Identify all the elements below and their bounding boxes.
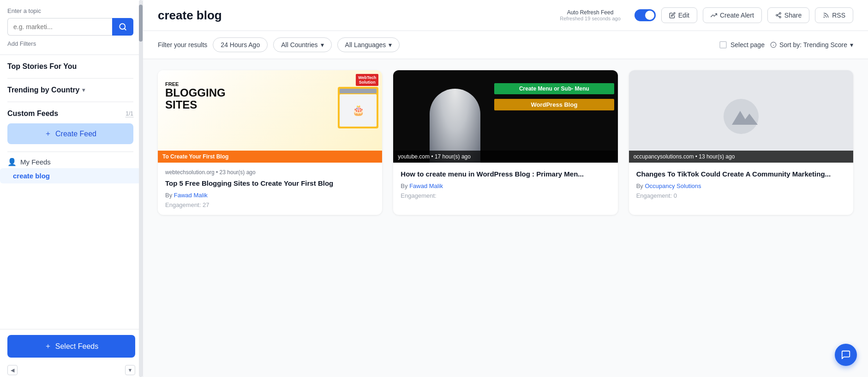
language-filter-button[interactable]: All Languages ▾ [337,37,400,52]
card-1-title: Top 5 Free Blogging Sites to Create Your… [165,178,375,188]
select-page-row: Select page [719,41,765,49]
select-page-checkbox[interactable] [719,41,727,49]
svg-point-14 [746,107,753,113]
refreshed-label: Refreshed 19 seconds ago [560,16,620,21]
active-feed-item[interactable]: create blog [0,168,141,183]
auto-refresh-block: Auto Refresh Feed Refreshed 19 seconds a… [560,9,620,21]
share-button[interactable]: Share [767,7,809,23]
cards-grid: FREE BLOGGING SITES WebTechSolution 🎂 To… [158,70,853,215]
edit-icon [669,12,676,18]
chevron-down-country: ▾ [321,41,324,49]
main-content: create blog Auto Refresh Feed Refreshed … [143,0,868,377]
select-feeds-label: Select Feeds [55,342,98,351]
card-1-body: webtechsolution.org • 23 hour(s) ago Top… [158,163,382,215]
time-filter-label: 24 Hours Ago [221,41,260,49]
card-3-source-bar: occupancysolutions.com • 13 hour(s) ago [629,151,853,163]
create-feed-button[interactable]: ＋ Create Feed [7,123,133,144]
sidebar-scrollbar-thumb [139,5,143,42]
toggle-thumb [645,11,654,20]
sort-row[interactable]: Sort by: Trending Score ▾ [770,41,853,49]
share-icon [775,12,782,18]
toggle-track [635,9,656,21]
custom-feeds-row: Custom Feeds 1/1 [7,109,133,118]
card-2-author: By Fawad Malik [401,182,610,189]
country-filter-label: All Countries [281,41,317,49]
card1-browser-mock: 🎂 [338,87,378,128]
trending-icon [711,12,717,18]
sidebar-item-top-stories[interactable]: Top Stories For You [7,62,133,71]
sidebar: Enter a topic Add Filters Top Stories Fo… [0,0,143,377]
edit-button[interactable]: Edit [661,7,697,23]
arrow-left-button[interactable]: ◀ [7,365,18,375]
sidebar-section-custom-feeds: Custom Feeds 1/1 ＋ Create Feed [7,102,133,152]
search-row [7,18,133,36]
user-icon: 👤 [7,158,17,166]
card1-subtext: To Create Your First Blog [158,151,382,163]
card-2-title: How to create menu in WordPress Blog : P… [401,169,610,179]
chat-icon [841,350,851,360]
edit-label: Edit [678,12,689,19]
country-filter-button[interactable]: All Countries ▾ [273,37,331,52]
arrow-right-button[interactable]: ▼ [125,365,135,375]
chevron-down-icon: ▾ [82,87,85,93]
language-filter-label: All Languages [345,41,386,49]
card-3-author-link[interactable]: Occupancy Solutions [645,182,701,189]
card-3[interactable]: occupancysolutions.com • 13 hour(s) ago … [629,70,853,215]
card1-blogging: BLOGGING [165,87,226,98]
card2-green-bar: Create Menu or Sub- Menu [494,83,614,94]
svg-point-7 [824,17,825,18]
rss-button[interactable]: RSS [815,7,853,23]
search-button[interactable] [112,18,133,36]
rss-label: RSS [832,12,845,19]
search-input[interactable] [7,18,112,36]
filter-bar: Filter your results 24 Hours Ago All Cou… [143,31,868,59]
plus-icon-select: ＋ [44,341,52,351]
main-header: create blog Auto Refresh Feed Refreshed … [143,0,868,31]
svg-line-6 [778,14,779,15]
card-2-engagement: Engagement: [401,192,610,199]
sidebar-section-top-stories: Top Stories For You [7,55,133,79]
sidebar-footer: ＋ Select Feeds [0,329,143,363]
search-icon [119,23,127,31]
sidebar-arrow-row: ◀ ▼ [0,363,143,377]
card-2[interactable]: Create Menu or Sub- Menu WordPress Blog … [393,70,617,215]
sidebar-scrollbar[interactable] [139,0,143,377]
filter-right: Select page Sort by: Trending Score ▾ [719,41,853,49]
filter-results-label: Filter your results [158,41,207,49]
card-2-image: Create Menu or Sub- Menu WordPress Blog … [393,70,617,163]
create-alert-button[interactable]: Create Alert [703,7,762,23]
my-feeds-row[interactable]: 👤 My Feeds [7,152,133,168]
card-3-title: Changes To TikTok Could Create A Communi… [636,169,846,179]
card-3-body: Changes To TikTok Could Create A Communi… [629,163,853,206]
select-page-label: Select page [730,41,765,49]
select-feeds-button[interactable]: ＋ Select Feeds [7,335,135,358]
custom-feeds-badge: 1/1 [126,110,133,117]
card-1-author-link[interactable]: Fawad Malik [174,192,208,199]
card-2-body: How to create menu in WordPress Blog : P… [393,163,617,206]
card1-text-block: FREE BLOGGING SITES [165,78,226,111]
auto-refresh-toggle[interactable] [635,9,656,21]
card-1-image: FREE BLOGGING SITES WebTechSolution 🎂 To… [158,70,382,163]
rss-icon [823,12,829,18]
card-2-source-bar: youtube.com • 17 hour(s) ago [393,151,617,163]
card-1-engagement: Engagement: 27 [165,201,375,208]
create-feed-label: Create Feed [55,130,96,138]
top-stories-label: Top Stories For You [7,62,77,71]
time-filter-button[interactable]: 24 Hours Ago [213,37,268,52]
svg-line-1 [124,28,126,30]
chevron-down-language: ▾ [389,41,392,49]
card-1-author: By Fawad Malik [165,192,375,199]
card1-logo: WebTechSolution [356,74,378,86]
card-3-image: occupancysolutions.com • 13 hour(s) ago [629,70,853,163]
card1-sites: SITES [165,98,226,111]
card-2-author-link[interactable]: Fawad Malik [409,182,443,189]
create-alert-label: Create Alert [720,12,754,19]
sidebar-item-custom-feeds[interactable]: Custom Feeds [7,109,58,118]
card2-yellow-bar: WordPress Blog [494,99,614,110]
trending-label: Trending by Country [7,86,79,94]
chat-bubble-button[interactable] [835,344,857,366]
card-1[interactable]: FREE BLOGGING SITES WebTechSolution 🎂 To… [158,70,382,215]
sidebar-item-trending[interactable]: Trending by Country ▾ [7,86,133,94]
add-filters[interactable]: Add Filters [7,40,133,47]
plus-icon: ＋ [44,129,52,139]
